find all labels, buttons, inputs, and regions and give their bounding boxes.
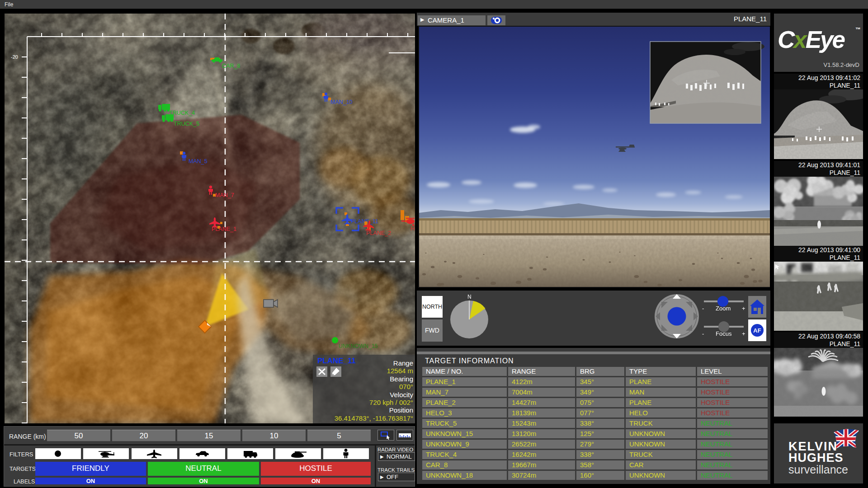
svg-text:+: + <box>742 330 745 337</box>
svg-text:MAN_10: MAN_10 <box>330 99 353 105</box>
svg-text:N: N <box>467 294 472 300</box>
svg-text:Zoom: Zoom <box>716 305 731 312</box>
svg-text:MAN_7: MAN_7 <box>215 192 234 198</box>
svg-text:-: - <box>702 305 704 312</box>
svg-text:UNKNOWN_15: UNKNOWN_15 <box>339 343 378 349</box>
svg-text:H: H <box>410 225 415 232</box>
svg-text:TRUCK_5: TRUCK_5 <box>174 121 199 127</box>
svg-text:-: - <box>702 330 704 337</box>
svg-text:+: + <box>742 305 745 312</box>
svg-text:PLANE_2: PLANE_2 <box>366 230 391 236</box>
svg-text:-20: -20 <box>11 54 18 60</box>
svg-text:AF: AF <box>753 327 761 334</box>
svg-text:MAN_5: MAN_5 <box>189 158 208 164</box>
svg-text:PLANE_1: PLANE_1 <box>212 226 236 232</box>
svg-text:Focus: Focus <box>716 330 732 337</box>
svg-text:CAR_8: CAR_8 <box>222 63 240 69</box>
